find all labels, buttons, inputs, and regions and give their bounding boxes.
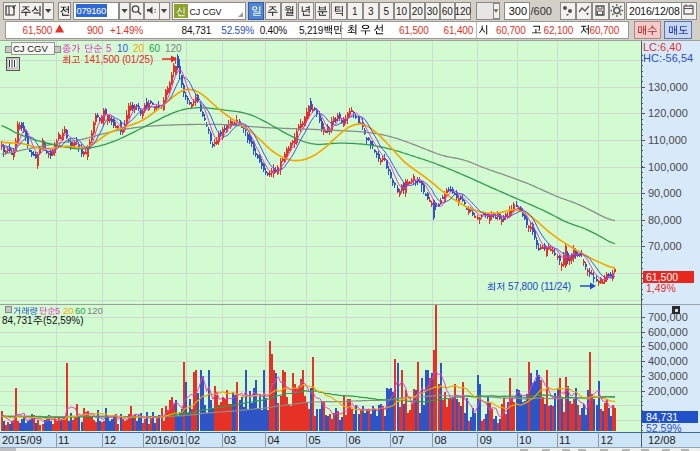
svg-text:70,000: 70,000 (648, 240, 682, 252)
svg-text:30: 30 (427, 6, 439, 17)
svg-text:120: 120 (454, 6, 471, 17)
svg-text:84,731: 84,731 (182, 25, 212, 36)
svg-text:900: 900 (87, 25, 104, 36)
svg-text:400,000: 400,000 (648, 355, 688, 367)
svg-text:11: 11 (58, 434, 69, 446)
svg-text:+1.49%: +1.49% (110, 25, 143, 36)
svg-text:12: 12 (104, 434, 116, 446)
svg-text:300,000: 300,000 (648, 370, 688, 382)
svg-text:20: 20 (133, 43, 145, 54)
svg-text:120: 120 (87, 305, 103, 316)
svg-text:61,500: 61,500 (399, 25, 429, 36)
svg-text:07: 07 (392, 434, 404, 446)
svg-text:03: 03 (224, 434, 236, 446)
svg-text:120,000: 120,000 (648, 107, 688, 119)
svg-text:130,000: 130,000 (648, 81, 688, 93)
svg-text:60,700: 60,700 (590, 25, 620, 36)
svg-text:11: 11 (559, 434, 570, 446)
svg-text:3: 3 (368, 6, 374, 17)
svg-text:04: 04 (268, 434, 280, 446)
svg-text:700,000: 700,000 (648, 311, 688, 323)
svg-text:5,219: 5,219 (299, 25, 324, 36)
svg-text:06: 06 (349, 434, 361, 446)
svg-text:10: 10 (396, 6, 408, 17)
svg-text:5: 5 (106, 43, 112, 54)
svg-text:90,000: 90,000 (648, 187, 682, 199)
svg-text:61,500: 61,500 (23, 25, 53, 36)
svg-text:500,000: 500,000 (648, 340, 688, 352)
svg-text:5: 5 (383, 6, 389, 17)
svg-text:(52,59%): (52,59%) (43, 315, 84, 326)
svg-text:10: 10 (117, 43, 129, 54)
svg-text:09: 09 (480, 434, 492, 446)
svg-text:2015/09: 2015/09 (2, 434, 42, 446)
svg-text:CJ CGV: CJ CGV (190, 7, 222, 17)
svg-text:1: 1 (352, 6, 358, 17)
svg-text:60: 60 (149, 43, 161, 54)
svg-text:05: 05 (309, 434, 321, 446)
svg-text:10: 10 (519, 434, 531, 446)
svg-text:12: 12 (601, 434, 613, 446)
svg-text:60: 60 (442, 6, 454, 17)
svg-text:120: 120 (165, 43, 182, 54)
svg-text:60,700: 60,700 (496, 25, 526, 36)
svg-text:61,400: 61,400 (444, 25, 474, 36)
svg-text:2016/01: 2016/01 (145, 434, 185, 446)
svg-text:84,731: 84,731 (2, 315, 33, 326)
svg-text:1,49%: 1,49% (646, 282, 676, 294)
svg-text:0.40%: 0.40% (260, 25, 288, 36)
svg-text:12/08: 12/08 (648, 434, 676, 446)
svg-text:141,500 (01/25): 141,500 (01/25) (84, 54, 153, 65)
svg-text:600,000: 600,000 (648, 326, 688, 338)
svg-text:20: 20 (412, 6, 424, 17)
svg-text:110,000: 110,000 (648, 134, 687, 146)
svg-text:HC:-56,54: HC:-56,54 (643, 52, 693, 64)
svg-text:/600: /600 (531, 5, 552, 17)
svg-text:079160: 079160 (77, 5, 106, 16)
svg-text:61,500: 61,500 (646, 271, 678, 283)
svg-text:62,100: 62,100 (544, 25, 574, 36)
svg-text:80,000: 80,000 (648, 214, 682, 226)
svg-text:300: 300 (509, 5, 527, 17)
svg-text:100,000: 100,000 (648, 161, 688, 173)
svg-text:2016/12/08: 2016/12/08 (629, 5, 680, 17)
svg-text:08: 08 (435, 434, 447, 446)
svg-text:57,800 (11/24): 57,800 (11/24) (508, 281, 571, 292)
svg-text:52.59%: 52.59% (221, 25, 254, 36)
svg-text:200,000: 200,000 (648, 385, 688, 397)
svg-text:CJ CGV: CJ CGV (13, 43, 49, 54)
svg-text:02: 02 (188, 434, 200, 446)
